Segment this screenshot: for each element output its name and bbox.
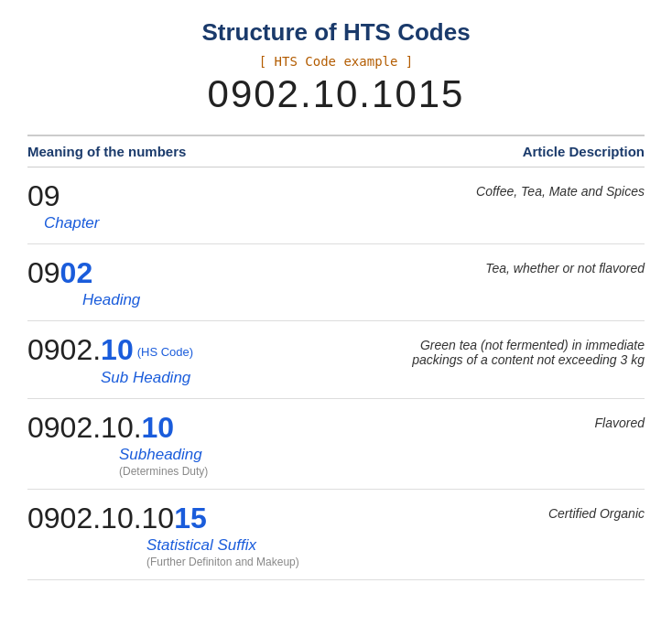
row-article-subheading: Flavored (595, 412, 645, 430)
table-row-chapter: 09ChapterCoffee, Tea, Mate and Spices (27, 167, 645, 244)
table-row-statistical-suffix: 0902.10.1015Statistical Suffix(Further D… (27, 490, 645, 580)
rows-container: 09ChapterCoffee, Tea, Mate and Spices090… (27, 167, 645, 580)
hts-label: [ HTS Code example ] (27, 54, 645, 69)
row-type-label-heading: Heading (27, 291, 140, 309)
meaning-col-header: Meaning of the numbers (27, 144, 186, 159)
code-number-subheading: 0902.10.10 (27, 412, 208, 444)
code-highlight-subheading: 10 (142, 411, 175, 444)
row-left-subheading: 0902.10.10Subheading(Determines Duty) (27, 412, 208, 478)
row-article-chapter: Coffee, Tea, Mate and Spices (476, 180, 645, 199)
code-highlight-sub-heading: 10 (101, 333, 134, 366)
row-sub-label-subheading: (Determines Duty) (27, 465, 208, 478)
row-type-label-statistical-suffix: Statistical Suffix (27, 536, 299, 555)
row-left-chapter: 09Chapter (27, 180, 99, 232)
table-row-subheading: 0902.10.10Subheading(Determines Duty)Fla… (27, 399, 645, 490)
row-article-sub-heading: Green tea (not fermented) in immediate p… (373, 334, 645, 367)
code-highlight-statistical-suffix: 15 (174, 502, 207, 534)
code-number-statistical-suffix: 0902.10.1015 (27, 502, 299, 534)
code-prefix-subheading: 0902.10. (27, 411, 142, 444)
row-left-heading: 0902Heading (27, 257, 140, 309)
code-number-sub-heading: 0902.10(HS Code) (27, 334, 193, 366)
row-type-label-subheading: Subheading (27, 446, 208, 464)
table-row-sub-heading: 0902.10(HS Code)Sub HeadingGreen tea (no… (27, 321, 645, 398)
code-prefix-chapter: 09 (27, 179, 60, 212)
table-header: Meaning of the numbers Article Descripti… (27, 135, 645, 167)
hts-code-display: 0902.10.1015 (27, 72, 645, 116)
code-number-heading: 0902 (27, 257, 140, 289)
code-prefix-statistical-suffix: 0902.10.10 (27, 502, 174, 534)
table-row-heading: 0902HeadingTea, whether or not flavored (27, 244, 645, 321)
row-article-statistical-suffix: Certified Organic (548, 502, 645, 521)
page-title: Structure of HTS Codes (27, 18, 645, 47)
row-left-statistical-suffix: 0902.10.1015Statistical Suffix(Further D… (27, 502, 299, 568)
hs-label-sub-heading: (HS Code) (137, 345, 193, 359)
row-left-sub-heading: 0902.10(HS Code)Sub Heading (27, 334, 193, 386)
row-article-heading: Tea, whether or not flavored (485, 257, 645, 275)
code-prefix-heading: 09 (27, 256, 60, 289)
row-type-label-chapter: Chapter (27, 214, 99, 232)
row-sub-label-statistical-suffix: (Further Definiton and Makeup) (27, 556, 299, 568)
code-highlight-heading: 02 (60, 256, 93, 289)
code-prefix-sub-heading: 0902. (27, 333, 101, 366)
article-col-header: Article Description (523, 144, 645, 159)
row-type-label-sub-heading: Sub Heading (27, 369, 193, 387)
code-number-chapter: 09 (27, 180, 99, 212)
